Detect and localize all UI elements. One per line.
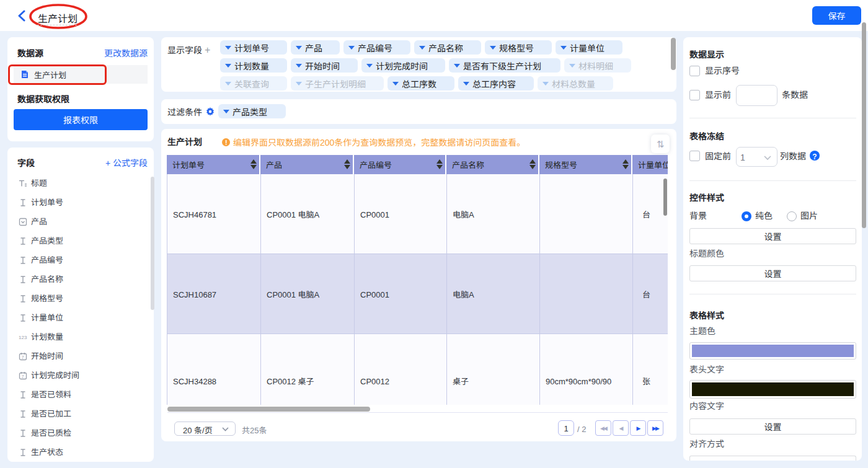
svg-text:7: 7 — [22, 355, 24, 360]
svg-text:123: 123 — [19, 335, 27, 340]
svg-text:7: 7 — [22, 374, 24, 379]
